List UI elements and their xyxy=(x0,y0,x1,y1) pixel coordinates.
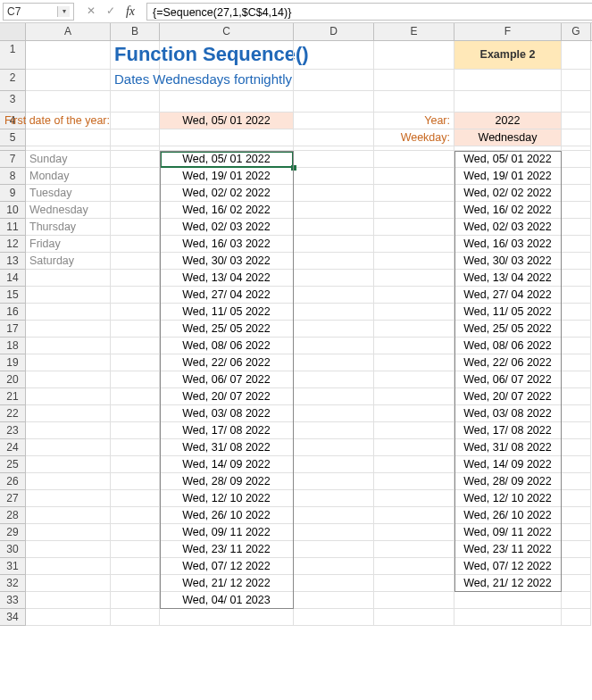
row-head[interactable]: 18 xyxy=(0,338,26,354)
row-head[interactable]: 16 xyxy=(0,304,26,321)
row-head[interactable]: 3 xyxy=(0,91,26,112)
row-head[interactable]: 2 xyxy=(0,70,26,91)
cell[interactable] xyxy=(111,270,160,287)
cell[interactable] xyxy=(111,371,160,388)
cell[interactable] xyxy=(562,354,591,371)
weekday-cell[interactable] xyxy=(26,270,111,287)
cell[interactable] xyxy=(294,473,374,490)
date-cell-c[interactable]: Wed, 12/ 10 2022 xyxy=(160,490,294,507)
date-cell-c[interactable]: Wed, 23/ 11 2022 xyxy=(160,541,294,558)
row-head[interactable]: 27 xyxy=(0,490,26,507)
cell[interactable] xyxy=(374,253,454,270)
cell[interactable] xyxy=(294,236,374,253)
date-cell-f[interactable]: Wed, 23/ 11 2022 xyxy=(454,541,562,558)
cell[interactable] xyxy=(26,91,111,112)
row-head[interactable]: 11 xyxy=(0,219,26,236)
col-head-c[interactable]: C xyxy=(160,23,294,40)
cell[interactable] xyxy=(294,321,374,338)
cell[interactable] xyxy=(374,405,454,422)
cell[interactable] xyxy=(562,609,591,626)
col-head-e[interactable]: E xyxy=(374,23,454,40)
cell[interactable] xyxy=(111,91,160,112)
cell[interactable] xyxy=(294,287,374,304)
cell[interactable] xyxy=(374,354,454,371)
cell[interactable] xyxy=(562,439,591,456)
date-cell-c[interactable]: Wed, 04/ 01 2023 xyxy=(160,592,294,609)
cell[interactable] xyxy=(294,507,374,524)
weekday-cell[interactable]: Tuesday xyxy=(26,185,111,202)
row-head[interactable]: 24 xyxy=(0,439,26,456)
cell[interactable] xyxy=(294,541,374,558)
col-head-a[interactable]: A xyxy=(26,23,111,40)
date-cell-f[interactable]: Wed, 22/ 06 2022 xyxy=(454,354,562,371)
cell[interactable] xyxy=(294,575,374,592)
weekday-cell[interactable]: Sunday xyxy=(26,151,111,168)
cell[interactable] xyxy=(111,473,160,490)
weekday-cell[interactable] xyxy=(26,354,111,371)
date-cell-c[interactable]: Wed, 26/ 10 2022 xyxy=(160,507,294,524)
cell[interactable] xyxy=(562,371,591,388)
cell[interactable] xyxy=(562,473,591,490)
cell[interactable] xyxy=(374,321,454,338)
weekday-cell[interactable] xyxy=(26,490,111,507)
cell[interactable] xyxy=(374,541,454,558)
cell[interactable] xyxy=(374,490,454,507)
cell[interactable] xyxy=(374,236,454,253)
cell[interactable] xyxy=(160,41,294,70)
row-head[interactable]: 5 xyxy=(0,129,26,146)
weekday-cell[interactable] xyxy=(26,388,111,405)
weekday-value[interactable]: Wednesday xyxy=(454,129,562,146)
cell[interactable] xyxy=(294,592,374,609)
date-cell-c[interactable]: Wed, 05/ 01 2022 xyxy=(160,151,294,168)
date-cell-f[interactable]: Wed, 16/ 03 2022 xyxy=(454,236,562,253)
row-head[interactable]: 15 xyxy=(0,287,26,304)
row-head[interactable]: 29 xyxy=(0,524,26,541)
cell[interactable] xyxy=(111,558,160,575)
weekday-cell[interactable] xyxy=(26,338,111,354)
row-head[interactable]: 10 xyxy=(0,202,26,219)
date-cell-c[interactable]: Wed, 17/ 08 2022 xyxy=(160,422,294,439)
fx-icon[interactable]: fx xyxy=(123,4,138,19)
weekday-cell[interactable] xyxy=(26,575,111,592)
cell[interactable] xyxy=(111,253,160,270)
row-head[interactable]: 25 xyxy=(0,456,26,473)
date-cell-c[interactable]: Wed, 21/ 12 2022 xyxy=(160,575,294,592)
date-cell-c[interactable]: Wed, 25/ 05 2022 xyxy=(160,321,294,338)
formula-input[interactable]: {=Sequence(27,1,$C$4,14)} xyxy=(146,3,592,21)
row-head[interactable]: 8 xyxy=(0,168,26,185)
weekday-cell[interactable] xyxy=(26,592,111,609)
cell[interactable] xyxy=(111,405,160,422)
cell[interactable] xyxy=(294,405,374,422)
date-cell-f[interactable]: Wed, 05/ 01 2022 xyxy=(454,151,562,168)
cell[interactable] xyxy=(454,609,562,626)
row-head[interactable]: 30 xyxy=(0,541,26,558)
weekday-label[interactable]: Weekday: xyxy=(374,129,454,146)
cell[interactable] xyxy=(111,609,160,626)
cell[interactable] xyxy=(294,185,374,202)
date-cell-c[interactable]: Wed, 28/ 09 2022 xyxy=(160,473,294,490)
cell[interactable] xyxy=(26,129,111,146)
date-cell-f[interactable]: Wed, 25/ 05 2022 xyxy=(454,321,562,338)
cell[interactable] xyxy=(562,541,591,558)
weekday-cell[interactable] xyxy=(26,507,111,524)
cell[interactable] xyxy=(26,70,111,91)
date-cell-c[interactable]: Wed, 09/ 11 2022 xyxy=(160,524,294,541)
weekday-cell[interactable]: Monday xyxy=(26,168,111,185)
date-cell-f[interactable]: Wed, 12/ 10 2022 xyxy=(454,490,562,507)
cell[interactable] xyxy=(160,129,294,146)
year-value[interactable]: 2022 xyxy=(454,112,562,129)
cell[interactable] xyxy=(374,456,454,473)
row-head[interactable]: 20 xyxy=(0,371,26,388)
first-date-value[interactable]: Wed, 05/ 01 2022 xyxy=(160,112,294,129)
date-cell-f[interactable]: Wed, 02/ 03 2022 xyxy=(454,219,562,236)
cell[interactable] xyxy=(111,422,160,439)
date-cell-f[interactable]: Wed, 02/ 02 2022 xyxy=(454,185,562,202)
cell[interactable] xyxy=(562,456,591,473)
cell[interactable] xyxy=(562,592,591,609)
cell[interactable] xyxy=(562,202,591,219)
date-cell-f[interactable]: Wed, 14/ 09 2022 xyxy=(454,456,562,473)
cell[interactable] xyxy=(294,270,374,287)
cell[interactable] xyxy=(374,371,454,388)
chevron-down-icon[interactable]: ▾ xyxy=(57,6,70,17)
row-head[interactable]: 23 xyxy=(0,422,26,439)
